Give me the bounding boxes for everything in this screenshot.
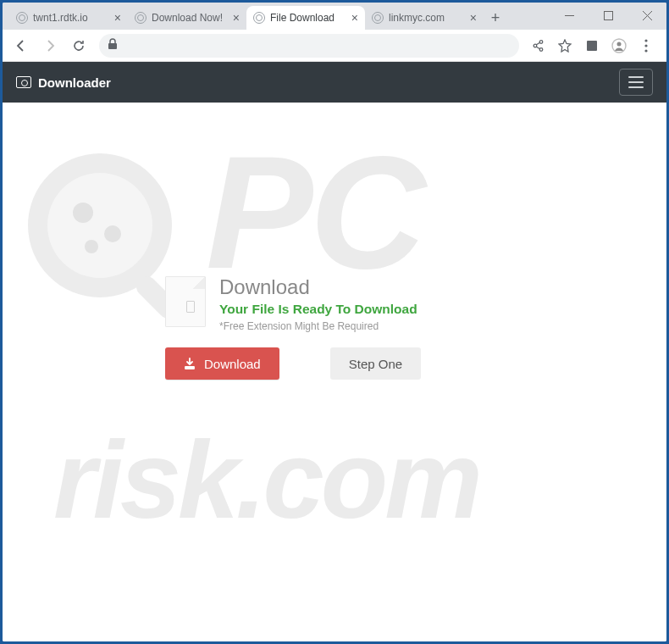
window-controls bbox=[550, 3, 666, 28]
extensions-icon[interactable] bbox=[582, 36, 602, 56]
tab-title: Download Now! bbox=[152, 12, 228, 24]
window-minimize-button[interactable] bbox=[550, 3, 589, 28]
svg-point-14 bbox=[73, 203, 93, 223]
svg-point-13 bbox=[47, 173, 152, 278]
close-icon[interactable]: × bbox=[114, 12, 121, 24]
tab-title: twnt1.rdtk.io bbox=[33, 12, 109, 24]
share-icon[interactable] bbox=[528, 36, 548, 56]
brand[interactable]: Downloader bbox=[16, 75, 111, 90]
step-button-label: Step One bbox=[349, 357, 402, 371]
card-ready-text: Your File Is Ready To Download bbox=[219, 302, 417, 317]
download-icon bbox=[184, 358, 196, 369]
page-content: PC risk.com Download Your File Is Ready … bbox=[3, 103, 666, 641]
svg-point-16 bbox=[85, 240, 98, 253]
hamburger-menu-button[interactable] bbox=[619, 69, 653, 96]
download-button-label: Download bbox=[204, 357, 261, 371]
address-bar[interactable] bbox=[99, 34, 519, 58]
tab-strip: twnt1.rdtk.io × Download Now! × File Dow… bbox=[9, 3, 507, 30]
svg-rect-1 bbox=[604, 11, 612, 19]
card-note: *Free Extension Might Be Required bbox=[219, 320, 417, 332]
reload-button[interactable] bbox=[67, 34, 91, 58]
browser-tab-1[interactable]: Download Now! × bbox=[128, 6, 246, 30]
svg-point-15 bbox=[104, 225, 121, 242]
globe-icon bbox=[135, 12, 147, 24]
brand-label: Downloader bbox=[38, 75, 111, 90]
lock-icon bbox=[108, 38, 118, 53]
svg-rect-2 bbox=[108, 43, 117, 49]
svg-point-5 bbox=[539, 47, 543, 51]
bookmark-star-icon[interactable] bbox=[555, 36, 575, 56]
window-close-button[interactable] bbox=[628, 3, 666, 28]
browser-toolbar bbox=[3, 30, 666, 62]
tab-title: File Download bbox=[270, 12, 346, 24]
profile-icon[interactable] bbox=[609, 36, 629, 56]
download-button[interactable]: Download bbox=[165, 347, 279, 380]
svg-rect-6 bbox=[587, 41, 597, 51]
svg-point-12 bbox=[28, 153, 172, 297]
download-card: Download Your File Is Ready To Download … bbox=[165, 276, 504, 380]
svg-point-8 bbox=[617, 42, 622, 46]
forward-button[interactable] bbox=[38, 34, 62, 58]
watermark-bottom: risk.com bbox=[53, 416, 479, 543]
window-titlebar: twnt1.rdtk.io × Download Now! × File Dow… bbox=[3, 3, 666, 30]
globe-icon bbox=[372, 12, 384, 24]
file-icon bbox=[165, 276, 206, 327]
menu-dots-icon[interactable] bbox=[636, 36, 656, 56]
svg-point-9 bbox=[644, 39, 647, 42]
svg-point-3 bbox=[539, 40, 543, 43]
browser-tab-2[interactable]: File Download × bbox=[246, 6, 365, 30]
svg-point-10 bbox=[644, 44, 647, 47]
page-appbar: Downloader bbox=[3, 62, 666, 103]
svg-point-11 bbox=[644, 49, 647, 52]
close-icon[interactable]: × bbox=[233, 12, 240, 24]
window-maximize-button[interactable] bbox=[589, 3, 628, 28]
browser-tab-0[interactable]: twnt1.rdtk.io × bbox=[9, 6, 128, 30]
new-tab-button[interactable]: + bbox=[484, 6, 507, 30]
svg-rect-18 bbox=[185, 367, 194, 369]
tab-title: linkmyc.com bbox=[389, 12, 465, 24]
svg-rect-0 bbox=[565, 15, 574, 16]
back-button[interactable] bbox=[9, 34, 33, 58]
camera-icon bbox=[16, 76, 31, 88]
step-one-button[interactable]: Step One bbox=[330, 347, 421, 380]
card-title: Download bbox=[219, 276, 417, 298]
close-icon[interactable]: × bbox=[470, 12, 477, 24]
svg-point-4 bbox=[534, 44, 537, 47]
close-icon[interactable]: × bbox=[351, 12, 358, 24]
globe-icon bbox=[16, 12, 28, 24]
globe-icon bbox=[253, 12, 265, 24]
browser-tab-3[interactable]: linkmyc.com × bbox=[365, 6, 484, 30]
